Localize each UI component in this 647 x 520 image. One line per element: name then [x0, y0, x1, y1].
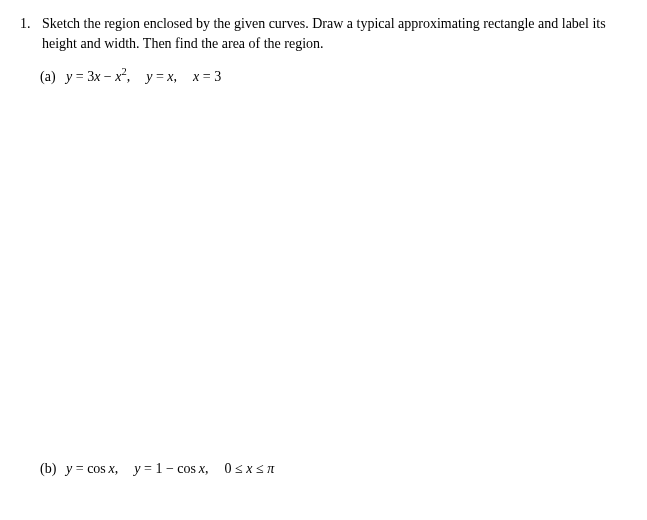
problem-number: 1. — [20, 14, 42, 34]
subpart-a: (a) y = 3x − x2,y = x,x = 3 — [40, 67, 627, 87]
subpart-a-equations: y = 3x − x2,y = x,x = 3 — [66, 67, 627, 87]
eq-a-3: x = 3 — [193, 69, 221, 84]
subpart-a-label: (a) — [40, 67, 66, 87]
eq-b-2: y = 1 − cos x, — [134, 461, 208, 476]
eq-b-1: y = cos x, — [66, 461, 118, 476]
eq-a-1: y = 3x − x2, — [66, 69, 130, 84]
problem-1: 1. Sketch the region enclosed by the giv… — [20, 14, 627, 478]
subpart-b: (b) y = cos x,y = 1 − cos x,0 ≤ x ≤ π — [40, 459, 627, 479]
eq-a-2: y = x, — [146, 69, 177, 84]
problem-statement: Sketch the region enclosed by the given … — [42, 14, 627, 53]
subpart-b-label: (b) — [40, 459, 66, 479]
ineq-b: 0 ≤ x ≤ π — [225, 461, 275, 476]
workspace-gap — [42, 87, 627, 459]
problem-body: Sketch the region enclosed by the given … — [42, 14, 627, 478]
subpart-b-equations: y = cos x,y = 1 − cos x,0 ≤ x ≤ π — [66, 459, 627, 479]
